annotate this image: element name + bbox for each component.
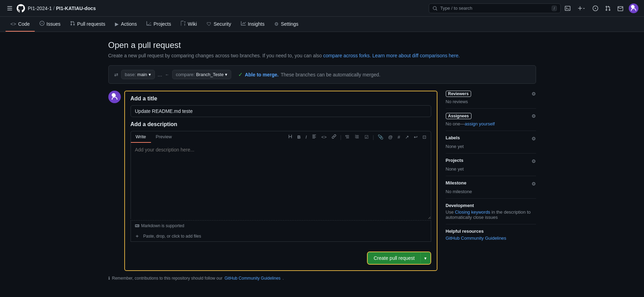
page-title: Open a pull request xyxy=(108,40,536,50)
nav-projects-label: Projects xyxy=(153,21,171,27)
projects-sidebar-header: Projects ⚙ xyxy=(446,158,536,164)
expand-tool[interactable]: ⊡ xyxy=(421,133,428,141)
subtitle-pre: Create a new pull request by comparing c… xyxy=(108,53,322,58)
nav-actions[interactable]: ▶ Actions xyxy=(110,17,142,32)
file-upload-label: Paste, drop, or click to add files xyxy=(143,234,201,239)
assignees-value: No one—assign yourself xyxy=(446,121,536,126)
reviewers-title: Reviewers xyxy=(446,91,471,97)
nav-settings[interactable]: ⚙ Settings xyxy=(269,17,303,32)
main-content: Open a pull request Create a new pull re… xyxy=(100,32,544,289)
helpful-guidelines-link[interactable]: GitHub Community Guidelines xyxy=(446,236,507,241)
sync-icon: ⇄ xyxy=(114,72,118,77)
reference-tool[interactable]: # xyxy=(396,133,402,141)
compare-forks-link[interactable]: compare across forks. xyxy=(323,53,371,58)
guidelines-period: . xyxy=(283,276,284,281)
submit-area: Create pull request ▾ xyxy=(125,251,437,270)
pr-desc-label: Add a description xyxy=(131,121,431,127)
base-branch-button[interactable]: base: main ▾ xyxy=(121,70,155,79)
nav-issues-label: Issues xyxy=(47,21,60,27)
attachment-tool[interactable]: 📎 xyxy=(376,133,385,141)
compare-branch-button[interactable]: compare: Branch_Teste ▾ xyxy=(172,70,232,79)
plus-button[interactable] xyxy=(576,4,587,13)
pr-title-section: Add a title xyxy=(125,91,437,121)
undo-tool[interactable]: ↩ xyxy=(412,133,419,141)
nav-pr-label: Pull requests xyxy=(77,21,105,27)
nav-projects[interactable]: Projects xyxy=(142,17,176,32)
nav-wiki[interactable]: Wiki xyxy=(176,17,202,32)
nav-code[interactable]: <> Code xyxy=(6,17,35,32)
nav-code-label: Code xyxy=(18,21,30,27)
merge-check-icon: ✓ xyxy=(238,71,243,78)
code-icon: <> xyxy=(10,21,16,27)
quote-tool[interactable] xyxy=(310,133,318,141)
fullscreen-tool[interactable]: ↗ xyxy=(403,133,411,141)
reviewers-gear-button[interactable]: ⚙ xyxy=(532,91,536,97)
labels-section: Labels ⚙ None yet xyxy=(446,131,536,154)
editor-footer: Markdown is supported xyxy=(131,220,431,231)
preview-tab[interactable]: Preview xyxy=(151,131,177,143)
assignees-value-pre: No one— xyxy=(446,121,465,126)
mention-tool[interactable]: @ xyxy=(386,133,394,141)
compare-dropdown-icon: ▾ xyxy=(225,72,227,77)
ordered-list-tool[interactable] xyxy=(343,133,352,141)
italic-tool[interactable]: I xyxy=(304,133,309,141)
merge-status: ✓ Able to merge. These branches can be a… xyxy=(238,71,380,78)
pr-nav-icon xyxy=(70,21,75,27)
nav-security[interactable]: 🛡 Security xyxy=(202,17,236,32)
create-pr-button-wrapper: Create pull request ▾ xyxy=(367,251,431,265)
base-dropdown-icon: ▾ xyxy=(149,72,151,77)
create-pull-request-button[interactable]: Create pull request xyxy=(368,252,420,264)
pr-button[interactable] xyxy=(604,4,612,13)
editor-bottom[interactable]: Paste, drop, or click to add files xyxy=(131,231,431,242)
pr-description-textarea[interactable] xyxy=(131,143,431,219)
editor-toolbar: Write Preview B I xyxy=(131,131,431,143)
info-icon: ℹ xyxy=(108,276,110,281)
terminal-button[interactable] xyxy=(563,4,572,13)
search-bar[interactable]: Type / to search / xyxy=(429,3,561,13)
markdown-support: Markdown is supported xyxy=(135,223,184,228)
breadcrumb-repo[interactable]: PI1-KATIAU-docs xyxy=(56,6,96,11)
top-nav-left: PI1-2024-1 / PI1-KATIAU-docs xyxy=(6,4,426,13)
breadcrumb: PI1-2024-1 / PI1-KATIAU-docs xyxy=(28,6,96,11)
assign-yourself-link[interactable]: assign yourself xyxy=(465,121,495,126)
labels-gear-button[interactable]: ⚙ xyxy=(532,136,536,141)
projects-gear-button[interactable]: ⚙ xyxy=(532,158,536,164)
top-nav: PI1-2024-1 / PI1-KATIAU-docs Type / to s… xyxy=(0,0,644,17)
assignees-gear-button[interactable]: ⚙ xyxy=(532,113,536,119)
dropdown-arrow-icon: ▾ xyxy=(424,256,427,261)
breadcrumb-sep: / xyxy=(53,6,55,11)
avatar[interactable] xyxy=(629,3,638,13)
nav-settings-label: Settings xyxy=(281,21,299,27)
pr-title-input[interactable] xyxy=(131,105,431,117)
link-tool[interactable] xyxy=(330,133,338,141)
projects-sidebar-title: Projects xyxy=(446,158,463,163)
code-tool[interactable]: <> xyxy=(320,133,328,141)
write-tab[interactable]: Write xyxy=(131,131,151,143)
pr-title-label: Add a title xyxy=(131,96,431,102)
editor-tools: B I <> | xyxy=(283,131,431,143)
bold-tool[interactable]: B xyxy=(296,133,302,141)
labels-header: Labels ⚙ xyxy=(446,135,536,142)
nav-pull-requests[interactable]: Pull requests xyxy=(65,17,110,32)
branch-compare-bar: ⇄ base: main ▾ … ← compare: Branch_Teste… xyxy=(108,65,536,84)
create-pr-dropdown-button[interactable]: ▾ xyxy=(420,252,430,264)
labels-title: Labels xyxy=(446,135,460,140)
merge-able-text: Able to merge. xyxy=(245,72,278,77)
heading-tool[interactable] xyxy=(286,133,294,141)
nav-issues[interactable]: Issues xyxy=(35,17,65,32)
closing-keywords-link[interactable]: Closing keywords xyxy=(455,209,490,215)
guidelines-pre: Remember, contributions to this reposito… xyxy=(112,276,223,281)
tasklist-tool[interactable]: ☑ xyxy=(363,133,370,141)
github-logo[interactable] xyxy=(17,4,25,13)
unordered-list-tool[interactable] xyxy=(353,133,361,141)
issues-button[interactable] xyxy=(591,4,600,13)
community-guidelines-link[interactable]: GitHub Community Guidelines xyxy=(225,276,281,281)
milestone-gear-button[interactable]: ⚙ xyxy=(532,181,536,187)
breadcrumb-org[interactable]: PI1-2024-1 xyxy=(28,6,52,11)
learn-more-link[interactable]: Learn more about diff comparisons here. xyxy=(373,53,460,58)
nav-insights[interactable]: Insights xyxy=(236,17,269,32)
hamburger-button[interactable] xyxy=(6,4,14,13)
markdown-label: Markdown is supported xyxy=(141,223,184,228)
nav-security-label: Security xyxy=(214,21,231,27)
inbox-button[interactable] xyxy=(616,4,625,13)
